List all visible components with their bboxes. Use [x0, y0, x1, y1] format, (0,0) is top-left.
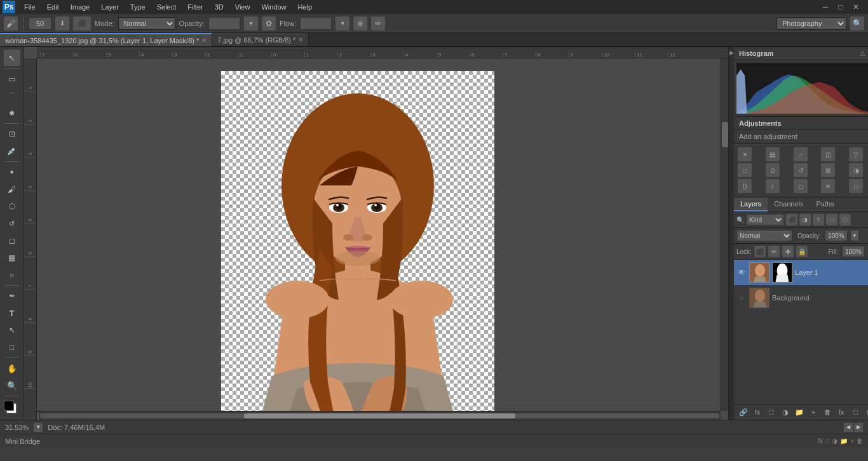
collapse-panel-arrow[interactable]: ▶ [729, 47, 734, 420]
lock-pixels-icon[interactable]: ✏ [768, 246, 780, 257]
lock-position-icon[interactable]: ✚ [782, 246, 794, 257]
eyedropper-tool[interactable]: 💉 [4, 143, 20, 159]
nav-left-icon[interactable]: ◀ [844, 423, 853, 432]
tab-channels[interactable]: Channels [768, 197, 810, 211]
posterize-adj-icon[interactable]: ◻ [794, 179, 808, 193]
scroll-thumb-vertical[interactable] [722, 122, 728, 147]
exposure-adj-icon[interactable]: ◫ [821, 147, 835, 161]
panel-group-icon[interactable]: 📁 [840, 438, 848, 444]
opacity-arrow-icon[interactable]: ▼ [244, 17, 258, 30]
move-tool[interactable]: ↖ [4, 50, 20, 66]
zoom-tool[interactable]: 🔍 [4, 377, 20, 394]
color-selector[interactable] [4, 401, 20, 417]
menu-image[interactable]: Image [65, 2, 95, 12]
layer-mask-icon[interactable]: □ [766, 406, 777, 418]
gradient-tool[interactable]: ▦ [4, 250, 20, 266]
scroll-vertical[interactable] [721, 58, 728, 411]
quick-select-tool[interactable]: ✱ [4, 105, 20, 121]
menu-select[interactable]: Select [152, 2, 182, 12]
brush-preset-icon[interactable]: ⬇ [55, 17, 69, 30]
menu-filter[interactable]: Filter [182, 2, 208, 12]
histogram-warning-icon[interactable]: ⚠ [860, 50, 865, 57]
scroll-thumb-horizontal[interactable] [244, 413, 516, 418]
lasso-tool[interactable]: ⌒ [4, 88, 20, 104]
invert-adj-icon[interactable]: / [766, 179, 780, 193]
layer-link-icon[interactable]: 🔗 [738, 406, 749, 418]
menu-layer[interactable]: Layer [96, 2, 124, 12]
history-brush-tool[interactable]: ↺ [4, 215, 20, 232]
stylus-icon[interactable]: ✏ [371, 17, 385, 30]
lock-all-icon[interactable]: 🔒 [796, 246, 808, 257]
filter-smart-icon[interactable]: ⬡ [839, 214, 851, 225]
opacity-arrow[interactable]: ▼ [850, 230, 859, 241]
brush-tool-icon[interactable]: 🖌 [4, 17, 18, 30]
spot-heal-tool[interactable]: ✦ [4, 164, 20, 180]
threshold-adj-icon[interactable]: ✕ [821, 179, 835, 193]
photofilter-adj-icon[interactable]: ⊞ [821, 163, 835, 177]
background-visibility[interactable]: ○ [736, 293, 747, 303]
layer-item-1[interactable]: 👁 [734, 260, 868, 285]
colorlookup-adj-icon[interactable]: ⟨⟩ [738, 179, 752, 193]
menu-3d[interactable]: 3D [210, 2, 229, 12]
panel-delete-icon[interactable]: 🗑 [857, 438, 863, 444]
bw-adj-icon[interactable]: ↺ [794, 163, 808, 177]
menu-file[interactable]: File [19, 2, 41, 12]
panel-fx-label[interactable]: fx [818, 438, 823, 444]
scroll-horizontal[interactable] [37, 411, 721, 420]
scroll-arrow-left[interactable] [37, 412, 39, 420]
eraser-tool[interactable]: ◻ [4, 232, 20, 249]
pen-tool[interactable]: ✒ [4, 288, 20, 304]
mode-select[interactable]: Normal [118, 17, 175, 30]
opacity-value[interactable] [825, 230, 848, 241]
filter-type-icon[interactable]: T [813, 214, 824, 225]
menu-edit[interactable]: Edit [42, 2, 64, 12]
clone-stamp-tool[interactable]: ⬡ [4, 198, 20, 215]
layer-adj-icon[interactable]: ◑ [780, 406, 791, 418]
workspace-select[interactable]: Photography [776, 17, 846, 30]
brush-tool[interactable]: 🖌 [4, 181, 20, 197]
kind-select[interactable]: Kind [746, 214, 784, 225]
curves-adj-icon[interactable]: ⟋ [794, 147, 808, 161]
flow-arrow-icon[interactable]: ▼ [336, 17, 349, 30]
layer-item-background[interactable]: ○ Background 🔒 [734, 285, 868, 311]
airbrush-icon[interactable]: ✿ [262, 17, 276, 30]
vibrance-adj-icon[interactable]: ▽ [849, 147, 863, 161]
filter-adj-icon[interactable]: ◑ [799, 214, 811, 225]
hand-tool[interactable]: ✋ [4, 360, 20, 377]
menu-help[interactable]: Help [293, 2, 318, 12]
filter-pixel-icon[interactable]: ⬛ [786, 214, 797, 225]
tab-2-close[interactable]: ✕ [298, 36, 303, 43]
panel-add-mask-icon[interactable]: □ [825, 438, 829, 444]
dodge-tool[interactable]: ○ [4, 267, 20, 283]
minimize-button[interactable]: ─ [818, 0, 832, 14]
layer-delete-icon[interactable]: 🗑 [822, 406, 833, 418]
tab-1-close[interactable]: ✕ [201, 37, 207, 44]
menu-view[interactable]: View [230, 2, 255, 12]
flow-input[interactable]: 100% [300, 17, 332, 30]
path-select-tool[interactable]: ↖ [4, 322, 20, 338]
fx-button[interactable]: fx [836, 406, 847, 418]
brush-size-input[interactable] [29, 17, 51, 30]
canvas-content[interactable] [37, 58, 728, 420]
type-tool[interactable]: T [4, 305, 20, 321]
tab-1[interactable]: woman-3584435_1920.jpg @ 31,5% (Layer 1,… [0, 33, 212, 46]
brush-options-icon[interactable]: ⬛ [73, 17, 91, 30]
menu-type[interactable]: Type [125, 2, 151, 12]
restore-button[interactable]: □ [834, 0, 848, 14]
smoothing-icon[interactable]: ⊕ [353, 17, 367, 30]
layer-new-icon[interactable]: + [808, 406, 819, 418]
layer-fx-icon[interactable]: fx [752, 406, 763, 418]
channelmixer-adj-icon[interactable]: ◑ [849, 163, 863, 177]
close-button[interactable]: ✕ [849, 0, 863, 14]
fill-value[interactable] [842, 246, 865, 257]
layer-group-icon[interactable]: 📁 [794, 406, 805, 418]
delete-layer-button[interactable]: 🗑 [864, 406, 868, 418]
foreground-color[interactable] [4, 401, 14, 411]
crop-tool[interactable]: ⊡ [4, 126, 20, 142]
lock-transparent-icon[interactable]: ⬛ [754, 246, 766, 257]
levels-adj-icon[interactable]: ▤ [766, 147, 780, 161]
search-icon[interactable]: 🔍 [850, 17, 864, 30]
brightness-adj-icon[interactable]: ☀ [738, 147, 752, 161]
selectivecolor-adj-icon[interactable]: □ [849, 179, 863, 193]
colorbalance-adj-icon[interactable]: ⊙ [766, 163, 780, 177]
